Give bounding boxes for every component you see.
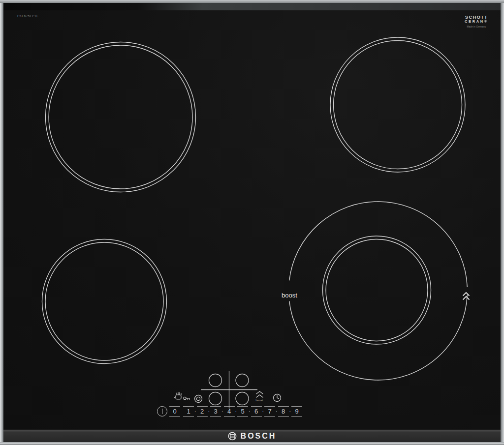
level-key-7[interactable]: 7: [264, 406, 275, 417]
schott-logo-line2: CERAN®: [461, 20, 492, 24]
boost-key-icon[interactable]: [256, 391, 263, 397]
level-key-6[interactable]: 6: [251, 406, 262, 417]
bosch-armature-icon: [228, 432, 237, 441]
boost-key-label: boost: [256, 399, 263, 402]
model-number: PKF675FP1E: [17, 14, 39, 18]
schott-logo-subtext: Made in Germany: [461, 26, 492, 28]
zone-rear-right-ring: [330, 37, 465, 172]
zone-front-right-dual-ring: [289, 202, 468, 380]
bottom-bezel: BOSCH: [3, 429, 501, 442]
cooktop: PKF675FP1E SCHOTT CERAN® Made in Germany…: [0, 0, 504, 445]
power-bar: [162, 409, 163, 414]
double-chevron-up-icon: [463, 293, 469, 299]
level-key-0[interactable]: 0: [169, 406, 180, 417]
level-key-3[interactable]: 3: [210, 406, 221, 417]
level-key-9[interactable]: 9: [291, 406, 302, 417]
timer-clock-icon[interactable]: [274, 394, 281, 402]
level-key-1[interactable]: 1: [183, 406, 194, 417]
bosch-wordmark: BOSCH: [241, 432, 277, 441]
level-key-2[interactable]: 2: [197, 406, 208, 417]
zone-selector-cross[interactable]: [201, 371, 257, 409]
power-level-slider[interactable]: 0 1 · 2 · 3 · 4 · 5 · 6 · 7 · 8 · 9: [169, 406, 302, 417]
schott-ceran-logo: SCHOTT CERAN® Made in Germany: [461, 15, 492, 28]
dual-zone-icon[interactable]: [195, 395, 202, 403]
zone-rear-left-ring: [46, 42, 196, 192]
power-icon[interactable]: [157, 406, 167, 416]
zone-front-left-ring: [42, 239, 167, 364]
glass-graphics: [0, 0, 504, 445]
level-key-5[interactable]: 5: [237, 406, 248, 417]
level-key-4[interactable]: 4: [224, 406, 235, 417]
child-lock-icon[interactable]: [174, 392, 190, 400]
schott-logo-line1: SCHOTT: [461, 15, 492, 19]
boost-zone-label: boost: [282, 292, 297, 299]
level-key-8[interactable]: 8: [278, 406, 289, 417]
